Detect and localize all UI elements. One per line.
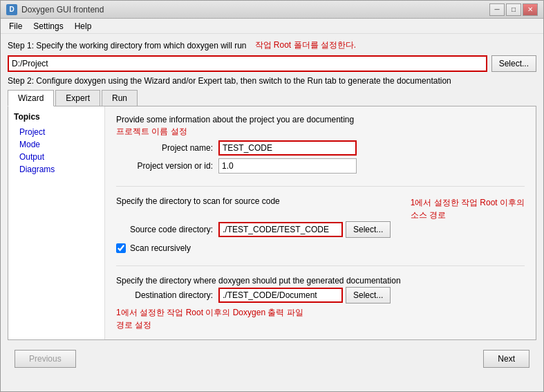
dest-annotation: 1에서 설정한 작업 Root 이후의 Doxygen 출력 파일 경로 설정 [116,306,525,331]
menu-file[interactable]: File [3,20,28,32]
source-section: Specify the directory to scan for source… [116,196,525,256]
tab-wizard[interactable]: Wizard [8,90,54,106]
tab-container: Wizard Expert Run Topics Project Mode Ou… [8,90,536,340]
scan-recursive-checkbox[interactable] [116,243,126,253]
right-panel: Provide some information about the proje… [105,106,536,339]
working-dir-input[interactable] [8,55,487,72]
working-dir-select-button[interactable]: Select... [491,55,536,72]
project-annotation: 프로젝트 이름 설정 [116,126,525,138]
previous-button[interactable]: Previous [15,350,76,368]
wizard-body: Topics Project Mode Output Diagrams Prov… [8,106,536,340]
tab-run[interactable]: Run [102,90,138,106]
next-button[interactable]: Next [483,350,529,368]
menu-settings[interactable]: Settings [28,20,68,32]
minimize-button[interactable]: ─ [489,3,505,16]
main-window: D Doxygen GUI frontend ─ □ ✕ File Settin… [0,0,544,392]
main-content: Step 1: Specify the working directory fr… [1,34,543,391]
topics-panel: Topics Project Mode Output Diagrams [8,106,105,339]
close-button[interactable]: ✕ [523,3,538,16]
project-desc: Provide some information about the proje… [116,115,525,124]
project-version-label: Project version or id: [116,161,213,171]
divider2 [116,265,525,266]
source-dir-label: Source code directory: [116,225,213,234]
scan-recursive-row: Scan recursively [116,241,525,256]
app-icon: D [6,4,17,15]
menubar: File Settings Help [1,19,543,34]
project-version-input[interactable] [218,158,357,174]
bottom-bar: Previous Next [8,344,536,373]
tab-expert[interactable]: Expert [55,90,100,106]
dest-dir-label: Destination directory: [116,290,213,300]
tab-bar: Wizard Expert Run [8,90,536,106]
step1-header: Step 1: Specify the working directory fr… [8,39,536,51]
dest-section: Specify the directory where doxygen shou… [116,276,525,331]
source-dir-row: Source code directory: Select... [116,221,525,238]
step2-label: Step 2: Configure doxygen using the Wiza… [8,76,451,86]
scan-recursive-label: Scan recursively [130,243,191,253]
source-dir-select-button[interactable]: Select... [346,221,391,238]
divider1 [116,186,525,187]
dest-dir-select-button[interactable]: Select... [346,287,391,304]
step1-annotation: 작업 Root 폴더를 설정한다. [255,39,357,51]
dest-dir-input-group: Select... [218,287,391,304]
project-section: Provide some information about the proje… [116,115,525,176]
topics-header: Topics [14,112,99,122]
titlebar: D Doxygen GUI frontend ─ □ ✕ [1,1,543,19]
dest-dir-row: Destination directory: Select... [116,287,525,304]
menu-help[interactable]: Help [69,20,97,32]
source-dir-input[interactable] [218,222,343,237]
topic-diagrams[interactable]: Diagrams [14,163,99,176]
topic-output[interactable]: Output [14,151,99,163]
window-controls: ─ □ ✕ [489,3,538,16]
project-name-label: Project name: [116,143,213,153]
step1-label: Step 1: Specify the working directory fr… [8,41,247,50]
project-name-row: Project name: [116,140,525,156]
dest-dir-input[interactable] [218,288,343,303]
maximize-button[interactable]: □ [506,3,521,16]
topic-mode[interactable]: Mode [14,138,99,151]
dest-desc: Specify the directory where doxygen shou… [116,276,525,286]
source-annotation: 1에서 설정한 작업 Root 이후의 소스 경로 [411,196,525,221]
source-desc: Specify the directory to scan for source… [116,196,280,206]
source-dir-input-group: Select... [218,221,391,238]
working-dir-row: Select... [8,55,536,72]
project-version-row: Project version or id: [116,158,525,174]
project-name-input[interactable] [218,140,357,156]
topic-project[interactable]: Project [14,126,99,138]
window-title: Doxygen GUI frontend [21,5,489,15]
step2-header: Step 2: Configure doxygen using the Wiza… [8,76,536,86]
